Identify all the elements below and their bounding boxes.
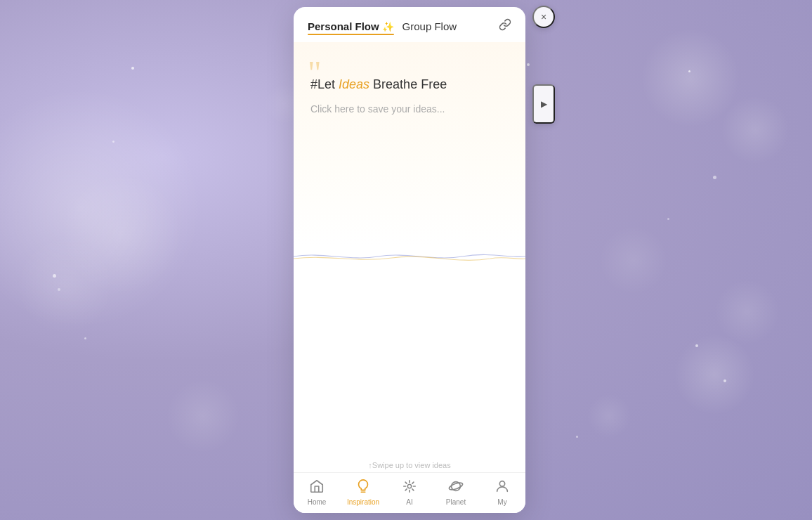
star-dot xyxy=(112,141,114,143)
headline: #Let Ideas Breathe Free xyxy=(310,77,509,92)
star-dot xyxy=(527,63,530,66)
ai-icon xyxy=(402,479,417,496)
nav-label-ai: AI xyxy=(406,498,412,506)
close-button[interactable]: × xyxy=(532,6,555,28)
star-dot xyxy=(713,176,716,179)
modal-container: Personal Flow ✨ Group Flow " #Let Ideas … xyxy=(294,7,525,513)
nav-item-planet[interactable]: Planet xyxy=(438,479,473,506)
my-icon xyxy=(495,479,510,496)
link-icon[interactable] xyxy=(499,18,511,34)
nav-label-inspiration: Inspiration xyxy=(347,498,379,506)
inspiration-icon xyxy=(355,479,371,496)
home-icon xyxy=(309,479,325,496)
star-dot xyxy=(695,344,698,347)
nav-label-home: Home xyxy=(308,498,327,506)
nav-label-planet: Planet xyxy=(446,498,466,506)
star-dot xyxy=(688,70,690,72)
svg-point-3 xyxy=(499,481,504,486)
nav-item-home[interactable]: Home xyxy=(299,479,334,506)
quote-mark: " xyxy=(308,56,322,90)
star-dot xyxy=(576,436,578,438)
lower-section xyxy=(294,267,525,455)
star-dot xyxy=(84,337,86,339)
upper-section[interactable]: " #Let Ideas Breathe Free Click here to … xyxy=(294,42,525,246)
star-dot xyxy=(723,379,726,382)
subtext[interactable]: Click here to save your ideas... xyxy=(310,103,509,115)
tab-personal-flow[interactable]: Personal Flow ✨ xyxy=(308,19,394,34)
star-dot xyxy=(667,218,669,220)
star-dot xyxy=(53,274,56,278)
wave-divider xyxy=(294,246,525,267)
svg-point-0 xyxy=(407,484,412,488)
nav-item-my[interactable]: My xyxy=(485,479,520,506)
nav-label-my: My xyxy=(497,498,506,506)
swipe-hint: ↑Swipe up to view ideas xyxy=(294,455,525,472)
nav-item-ai[interactable]: AI xyxy=(392,479,427,506)
modal-content: " #Let Ideas Breathe Free Click here to … xyxy=(294,42,525,472)
expand-button[interactable]: ▶ xyxy=(532,84,555,124)
modal-wrapper: × ▶ Personal Flow ✨ Group Flow " xyxy=(294,7,525,513)
modal-header: Personal Flow ✨ Group Flow xyxy=(294,7,525,42)
bottom-nav: Home Inspiration xyxy=(294,472,525,513)
star-dot xyxy=(58,288,60,291)
svg-point-2 xyxy=(448,481,463,491)
planet-icon xyxy=(448,479,464,496)
nav-item-inspiration[interactable]: Inspiration xyxy=(346,479,381,506)
tab-group-flow[interactable]: Group Flow xyxy=(402,19,457,34)
star-dot xyxy=(131,67,134,70)
